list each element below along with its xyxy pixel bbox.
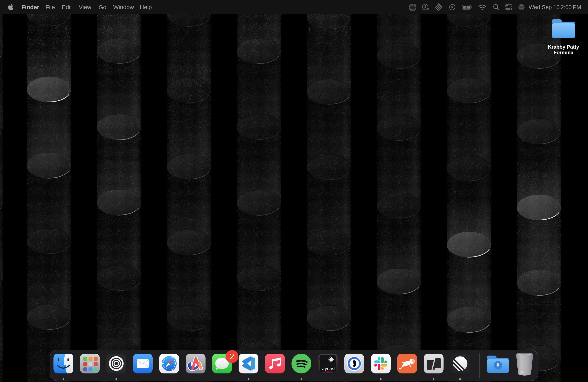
svg-text:Wed Sep 10: Wed Sep 10 [529, 4, 560, 10]
svg-text:2:00 PM: 2:00 PM [561, 4, 581, 10]
svg-text:raycast: raycast [320, 366, 336, 371]
svg-text:Krabby Patty: Krabby Patty [548, 44, 579, 50]
svg-text:Formula: Formula [554, 50, 574, 55]
svg-text:2: 2 [230, 352, 234, 361]
